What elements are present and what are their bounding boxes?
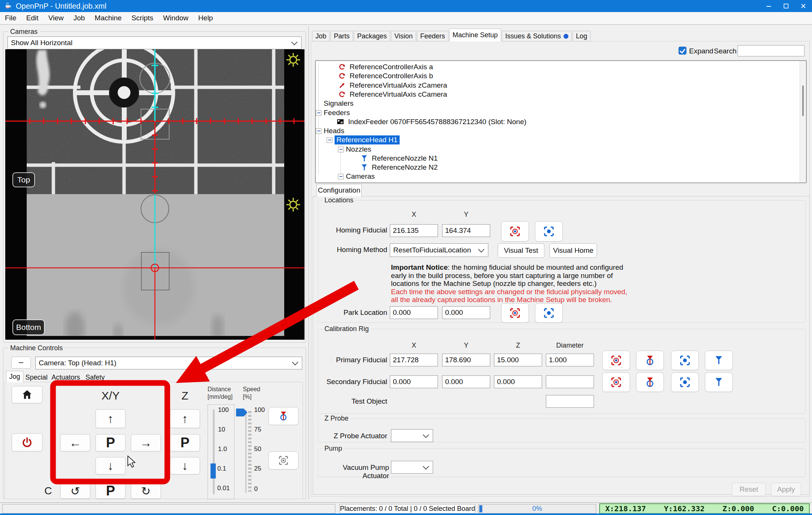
top-camera-view[interactable]: Top <box>5 49 304 194</box>
position-nozzle-over-camera-button[interactable] <box>268 407 298 425</box>
jog-x-plus-button[interactable]: → <box>131 434 161 451</box>
position-nozzle-secondary-button[interactable] <box>705 372 733 392</box>
tree-row[interactable]: Cameras <box>316 172 806 181</box>
vacuum-pump-actuator-selector[interactable] <box>391 461 433 474</box>
visual-test-button[interactable]: Visual Test <box>498 243 544 258</box>
position-nozzle-primary-button[interactable] <box>705 351 733 370</box>
primary-fiducial-z-field[interactable]: 15.000 <box>494 354 542 366</box>
tab-job[interactable]: Job <box>312 31 330 41</box>
jog-y-plus-button[interactable]: ↑ <box>95 409 126 428</box>
bottom-camera-view[interactable]: Bottom <box>5 194 304 340</box>
panel-splitter[interactable] <box>308 26 309 500</box>
tab-safety[interactable]: Safety <box>83 372 107 382</box>
jog-y-minus-button[interactable]: ↓ <box>95 457 126 474</box>
search-input[interactable] <box>738 45 804 56</box>
park-x-field[interactable]: 0.000 <box>390 306 438 319</box>
tree-scrollbar-thumb[interactable] <box>802 85 804 116</box>
primary-fiducial-y-field[interactable]: 178.690 <box>442 354 490 366</box>
capture-camera-park-button[interactable] <box>501 303 529 323</box>
capture-camera-primary-button[interactable] <box>602 351 630 370</box>
tree-row[interactable]: Signalers <box>316 99 806 108</box>
tree-row[interactable]: Heads <box>316 126 806 135</box>
position-camera-primary-button[interactable] <box>671 351 699 370</box>
homing-fiducial-y-field[interactable]: 164.374 <box>442 224 490 237</box>
menu-job[interactable]: Job <box>68 14 90 22</box>
tree-row[interactable]: ReferenceControllerAxis b <box>316 71 806 81</box>
tree-scrollbar[interactable] <box>800 61 806 182</box>
position-camera-location-button[interactable] <box>535 221 563 242</box>
collapse-expander[interactable] <box>338 174 344 179</box>
capture-camera-secondary-button[interactable] <box>602 372 630 392</box>
jog-c-ccw-button[interactable]: ↺ <box>60 483 90 499</box>
menu-view[interactable]: View <box>43 14 68 22</box>
menu-edit[interactable]: Edit <box>21 14 44 22</box>
speed-slider-track[interactable] <box>245 410 247 493</box>
menu-window[interactable]: Window <box>158 14 194 22</box>
primary-fiducial-x-field[interactable]: 217.728 <box>390 354 438 366</box>
menu-file[interactable]: File <box>0 14 21 22</box>
secondary-fiducial-z-field[interactable]: 0.000 <box>494 375 542 388</box>
close-button[interactable] <box>795 0 812 12</box>
minimize-button[interactable] <box>760 0 777 12</box>
tree-row[interactable]: ReferenceVirtualAxis cCamera <box>316 90 806 99</box>
tree-row[interactable]: ReferenceControllerAxis a <box>316 62 806 71</box>
tree-row[interactable]: ReferenceVirtualAxis zCamera <box>316 81 806 90</box>
secondary-fiducial-y-field[interactable]: 0.000 <box>442 375 490 388</box>
tab-special[interactable]: Special <box>25 372 48 382</box>
power-button[interactable] <box>12 433 42 451</box>
park-z-button[interactable]: P <box>170 434 200 451</box>
capture-nozzle-primary-button[interactable] <box>636 351 664 370</box>
tree-row[interactable]: Feeders <box>316 108 806 117</box>
tab-issues-solutions[interactable]: Issues & Solutions <box>502 31 572 41</box>
collapse-controls-button[interactable] <box>11 357 31 369</box>
menu-machine[interactable]: Machine <box>90 14 127 22</box>
home-button[interactable] <box>12 386 42 403</box>
position-camera-button[interactable] <box>268 451 298 469</box>
tab-log[interactable]: Log <box>573 31 591 41</box>
visual-home-button[interactable]: Visual Home <box>550 243 597 258</box>
collapse-expander[interactable] <box>338 147 344 152</box>
tab-actuators[interactable]: Actuators <box>50 372 82 382</box>
tree-row[interactable]: ReferenceNozzle N2 <box>316 163 806 172</box>
test-object-diameter-field[interactable] <box>546 395 594 408</box>
capture-nozzle-secondary-button[interactable] <box>636 372 664 392</box>
primary-fiducial-diameter-field[interactable]: 1.000 <box>546 354 594 366</box>
expand-checkbox[interactable] <box>679 47 686 55</box>
tab-vision[interactable]: Vision <box>391 31 416 41</box>
tab-feeders[interactable]: Feeders <box>417 31 448 41</box>
homing-method-selector[interactable]: ResetToFiducialLocation <box>390 243 488 257</box>
park-y-field[interactable]: 0.000 <box>442 306 490 319</box>
tab-parts[interactable]: Parts <box>330 31 353 41</box>
tab-machine-setup[interactable]: Machine Setup <box>449 29 501 41</box>
tree-row[interactable]: IndexFeeder 0670FF565457888367212340 (Sl… <box>316 117 806 126</box>
reset-button[interactable]: Reset <box>732 483 766 496</box>
z-probe-actuator-selector[interactable] <box>391 429 433 442</box>
jog-c-cw-button[interactable]: ↻ <box>131 483 161 499</box>
collapse-expander[interactable] <box>327 137 332 143</box>
menu-help[interactable]: Help <box>193 14 218 22</box>
park-c-button[interactable]: P <box>95 483 126 499</box>
homing-fiducial-x-field[interactable]: 216.135 <box>390 224 438 237</box>
jog-z-minus-button[interactable]: ↓ <box>170 457 200 474</box>
machine-setup-tree[interactable]: ReferenceControllerAxis a ReferenceContr… <box>315 60 807 183</box>
menu-scripts[interactable]: Scripts <box>127 14 158 22</box>
tree-row-selected[interactable]: ReferenceHead H1 <box>316 135 806 144</box>
park-xy-button[interactable]: P <box>95 434 126 451</box>
collapse-expander[interactable] <box>316 128 321 134</box>
distance-slider-track[interactable] <box>213 409 215 494</box>
jog-z-plus-button[interactable]: ↑ <box>170 409 200 428</box>
maximize-button[interactable] <box>777 0 795 12</box>
apply-button[interactable]: Apply <box>771 483 801 496</box>
jog-target-selector[interactable]: Camera: Top (Head: H1) <box>35 357 302 369</box>
camera-layout-selector[interactable]: Show All Horizontal <box>8 36 301 49</box>
position-camera-park-button[interactable] <box>535 303 563 323</box>
tree-row[interactable]: ReferenceNozzle N1 <box>316 154 806 163</box>
capture-camera-location-button[interactable] <box>501 221 529 242</box>
collapse-expander[interactable] <box>316 110 321 116</box>
tab-jog[interactable]: Jog <box>6 371 23 382</box>
position-camera-secondary-button[interactable] <box>671 372 699 392</box>
secondary-fiducial-diameter-field[interactable] <box>546 375 594 388</box>
secondary-fiducial-x-field[interactable]: 0.000 <box>390 375 438 388</box>
distance-slider-handle[interactable] <box>211 463 216 479</box>
tab-packages[interactable]: Packages <box>354 31 390 41</box>
